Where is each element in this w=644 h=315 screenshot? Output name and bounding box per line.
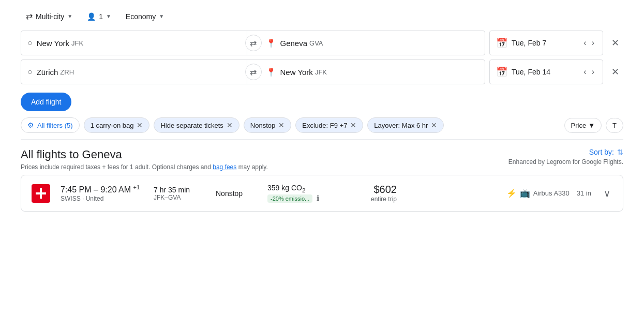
origin-city-2: Zürich: [37, 68, 58, 77]
origin-city-1: New York: [37, 39, 69, 48]
sort-icon: ⇅: [617, 148, 623, 156]
cabin-chevron: ▼: [159, 13, 164, 19]
origin-code-1: JFK: [71, 39, 83, 47]
results-title: All flights to Geneva: [21, 148, 268, 161]
separate-tickets-close[interactable]: ✕: [227, 121, 233, 129]
carry-on-chip[interactable]: 1 carry-on bag ✕: [84, 117, 150, 133]
duration-text: 7 hr 35 min: [154, 186, 205, 194]
origin-2[interactable]: ○ Zürich ZRH: [21, 60, 247, 84]
date-box-1[interactable]: 📅 Tue, Feb 7 ‹ ›: [489, 31, 603, 55]
date-prev-1[interactable]: ‹: [581, 36, 588, 50]
date-box-2[interactable]: 📅 Tue, Feb 14 ‹ ›: [489, 59, 603, 84]
origin-icon-2: ○: [27, 67, 33, 77]
airline-names: SWISS · United: [61, 195, 143, 202]
top-bar: ⇄ Multi-city ▼ 👤 1 ▼ Economy ▼: [0, 0, 644, 31]
subtitle-text: Prices include required taxes + fees for…: [21, 163, 211, 171]
section-divider: [21, 139, 623, 140]
add-flight-button[interactable]: Add flight: [21, 93, 71, 111]
origin-1[interactable]: ○ New York JFK: [21, 31, 247, 55]
results-section: All flights to Geneva Prices include req…: [0, 148, 644, 212]
carry-on-close[interactable]: ✕: [137, 121, 143, 129]
origin-code-2: ZRH: [60, 68, 74, 76]
subtitle-end: may apply.: [238, 163, 268, 171]
date-nav-2: ‹ ›: [581, 65, 596, 79]
filters-row: ⚙ All filters (5) 1 carry-on bag ✕ Hide …: [0, 117, 644, 139]
remove-route-2[interactable]: ✕: [607, 64, 623, 80]
seat-label: 31 in: [577, 189, 591, 197]
carry-on-label: 1 carry-on bag: [91, 122, 134, 129]
route-row-1: ○ New York JFK ⇄ 📍 Geneva GVA 📅 Tue, Feb…: [21, 31, 623, 55]
price-sub: entire trip: [345, 196, 397, 203]
co2-value: 359 kg CO: [267, 184, 302, 192]
exclude-label: Exclude: F9 +7: [302, 122, 347, 129]
swiss-logo-svg: [34, 186, 48, 201]
trip-type-button[interactable]: ⇄ Multi-city ▼: [21, 8, 78, 24]
flight-card[interactable]: 7:45 PM – 9:20 AM +1 SWISS · United 7 hr…: [21, 175, 623, 212]
exclude-chip[interactable]: Exclude: F9 +7 ✕: [295, 117, 363, 133]
dest-code-1: GVA: [309, 39, 323, 47]
date-nav-1: ‹ ›: [581, 36, 596, 50]
results-subtitle: Prices include required taxes + fees for…: [21, 163, 268, 171]
passengers-chevron: ▼: [106, 13, 111, 19]
airline-logo: [32, 184, 50, 203]
route-box-1: ○ New York JFK ⇄ 📍 Geneva GVA: [21, 31, 485, 55]
swap-button-1[interactable]: ⇄: [245, 35, 262, 51]
time-range: 7:45 PM – 9:20 AM +1: [61, 184, 143, 194]
dest-2[interactable]: 📍 New York JFK: [260, 60, 485, 84]
cabin-label: Economy: [126, 12, 156, 21]
price-sort-chip[interactable]: Price ▼: [564, 118, 602, 133]
stops-text: Nonstop: [216, 189, 257, 198]
exclude-close[interactable]: ✕: [350, 121, 356, 129]
flights-form: ○ New York JFK ⇄ 📍 Geneva GVA 📅 Tue, Feb…: [0, 31, 644, 117]
all-filters-label: All filters (5): [37, 122, 73, 129]
airline-partner: United: [86, 195, 104, 202]
more-chip[interactable]: T: [606, 118, 623, 133]
nonstop-close[interactable]: ✕: [278, 121, 284, 129]
flight-stops: Nonstop: [216, 189, 257, 198]
date-next-1[interactable]: ›: [590, 36, 596, 50]
calendar-icon-2: 📅: [496, 66, 507, 78]
passengers-button[interactable]: 👤 1 ▼: [82, 9, 116, 24]
layover-close[interactable]: ✕: [431, 121, 437, 129]
nonstop-chip[interactable]: Nonstop ✕: [244, 117, 291, 133]
price-text: $602: [345, 184, 397, 196]
dest-icon-1: 📍: [266, 38, 276, 48]
sort-button[interactable]: Sort by: ⇅: [589, 148, 623, 156]
results-header: All flights to Geneva Prices include req…: [21, 148, 623, 171]
swap-button-2[interactable]: ⇄: [245, 64, 262, 80]
aircraft-label: Airbus A330: [533, 189, 570, 197]
screen-icon: 📺: [520, 188, 530, 198]
dest-1[interactable]: 📍 Geneva GVA: [260, 31, 485, 55]
flight-times: 7:45 PM – 9:20 AM +1 SWISS · United: [61, 184, 143, 202]
origin-icon-1: ○: [27, 38, 33, 48]
usb-icon: ⚡: [506, 188, 517, 198]
airline-name: SWISS: [61, 195, 81, 202]
trip-type-label: Multi-city: [36, 12, 64, 21]
bag-fees-link[interactable]: bag fees: [213, 163, 236, 171]
separate-tickets-label: Hide separate tickets: [160, 122, 223, 129]
emissions-info-icon[interactable]: ℹ: [317, 194, 319, 202]
date-label-1: Tue, Feb 7: [512, 39, 546, 47]
cabin-button[interactable]: Economy ▼: [121, 9, 169, 24]
dest-icon-2: 📍: [266, 67, 276, 77]
all-filters-chip[interactable]: ⚙ All filters (5): [21, 117, 80, 133]
results-info: All flights to Geneva Prices include req…: [21, 148, 268, 171]
departure-time: 7:45 PM: [61, 186, 92, 194]
trip-type-chevron: ▼: [67, 13, 72, 19]
price-area: $602 entire trip: [345, 184, 397, 203]
enhanced-label: Enhanced by Legroom for Google Flights.: [508, 158, 623, 166]
route-text: JFK–GVA: [154, 194, 205, 201]
layover-label: Layover: Max 6 hr: [374, 122, 428, 129]
dest-city-1: Geneva: [280, 39, 308, 48]
sort-label: Sort by:: [589, 148, 614, 156]
passengers-label: 1: [99, 12, 103, 21]
next-day: +1: [133, 184, 140, 190]
expand-button[interactable]: ∨: [602, 186, 612, 201]
date-prev-2[interactable]: ‹: [581, 65, 588, 79]
dest-code-2: JFK: [315, 68, 327, 76]
emissions-badge: -20% emissio...: [267, 194, 312, 203]
remove-route-1[interactable]: ✕: [607, 35, 623, 51]
layover-chip[interactable]: Layover: Max 6 hr ✕: [367, 117, 444, 133]
separate-tickets-chip[interactable]: Hide separate tickets ✕: [154, 117, 239, 133]
date-next-2[interactable]: ›: [590, 65, 596, 79]
